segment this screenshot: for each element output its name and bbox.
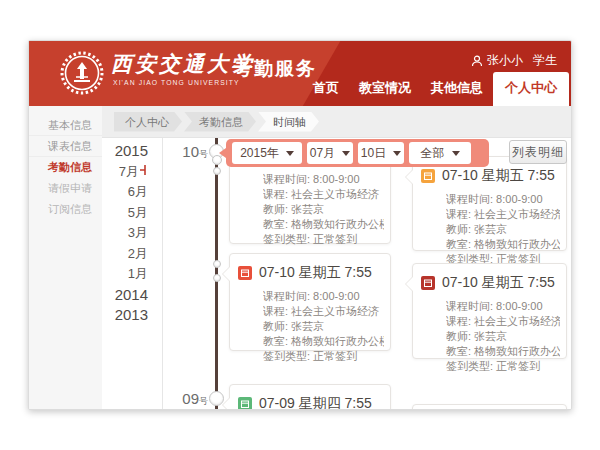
timeline-year-nav: 2015 7月 6月 5月 3月 2月 1月 2014 2013 xyxy=(102,141,157,326)
card-rows: 课程时间: 8:00-9:00 课程: 社会主义市场经济 教师: 张芸京 教室:… xyxy=(413,294,566,382)
app-window: 西安交通大学 XI'AN JIAO TONG UNIVERSITY 考勤服务 张… xyxy=(28,40,572,410)
card-row-signin-type: 签到类型: 正常签到 xyxy=(263,349,384,364)
timeline-panel: 2015 7月 6月 5月 3月 2月 1月 2014 2013 10号 xyxy=(102,138,571,409)
card-rows: 课程时间: 8:00-9:00 课程: 社会主义市场经济 教师: 张芸京 教室:… xyxy=(230,152,390,255)
card-row-course: 课程: 社会主义市场经济 xyxy=(446,314,560,329)
user-icon xyxy=(471,55,483,67)
attendance-status-icon xyxy=(421,169,435,183)
card-row-course: 课程: 社会主义市场经济 xyxy=(263,187,384,202)
card-row-course: 课程: 社会主义市场经济 xyxy=(263,304,384,319)
card-row-course: 课程: 社会主义市场经济 xyxy=(446,207,560,222)
card-row-classroom: 教室: 格物致知行政办公楼 xyxy=(446,344,560,359)
card-title: 07-10 星期五 7:55 xyxy=(442,274,555,292)
card-header: 07-09 星期四 7:55 xyxy=(230,385,390,409)
card-row-teacher: 教师: 张芸京 xyxy=(446,329,560,344)
sidebar-item-schedule[interactable]: 课表信息 xyxy=(29,136,102,157)
card-row-course-time: 课程时间: 8:00-9:00 xyxy=(446,192,560,207)
card-row-course-time: 课程时间: 8:00-9:00 xyxy=(263,289,384,304)
user-info[interactable]: 张小小 学生 xyxy=(471,52,557,69)
attendance-card: 07-10 星期五 7:55 课程时间: 8:00-9:00 课程: 社会主义市… xyxy=(412,263,567,359)
chevron-down-icon xyxy=(393,151,401,156)
card-title: 07-09 星期四 7:55 xyxy=(259,395,372,409)
university-name-en: XI'AN JIAO TONG UNIVERSITY xyxy=(113,79,240,86)
sidebar-item-subscription[interactable]: 订阅信息 xyxy=(29,199,102,220)
day-marker-09: 09号 xyxy=(172,390,208,408)
card-title: 07-10 星期五 7:55 xyxy=(442,167,555,185)
screenshot-stage: 西安交通大学 XI'AN JIAO TONG UNIVERSITY 考勤服务 张… xyxy=(0,0,600,450)
card-rows: 课程时间: 8:00-9:00 课程: 社会主义市场经济 教师: 张芸京 教室:… xyxy=(230,284,390,372)
month-select[interactable]: 07月 xyxy=(307,142,353,164)
nav-personal-center[interactable]: 个人中心 xyxy=(493,72,569,106)
timeline-node xyxy=(213,260,221,268)
nav-classrooms[interactable]: 教室情况 xyxy=(349,73,421,106)
sidebar: 基本信息 课表信息 考勤信息 请假申请 订阅信息 xyxy=(29,106,102,409)
column-divider xyxy=(162,138,163,409)
filter-bubble: 2015年 07月 10日 全部 xyxy=(226,139,489,167)
breadcrumb-personal-center[interactable]: 个人中心 xyxy=(114,112,182,132)
university-logo-icon xyxy=(59,50,105,96)
card-row-course-time: 课程时间: 8:00-9:00 xyxy=(446,299,560,314)
card-rows: 课程时间: 8:00-9:00 课程: 社会主义市场经济 教师: 张芸京 教室:… xyxy=(413,187,566,275)
timeline-month-5[interactable]: 5月 xyxy=(102,203,157,224)
timeline-node xyxy=(213,274,221,282)
sidebar-item-basic-info[interactable]: 基本信息 xyxy=(29,115,102,136)
card-row-signin-type: 签到类型: 正常签到 xyxy=(446,359,560,374)
attendance-card: 07-09 星期四 7:55 xyxy=(229,384,391,409)
timeline-year-2015[interactable]: 2015 xyxy=(102,141,157,162)
card-row-classroom: 教室: 格物致知行政办公楼 xyxy=(263,217,384,232)
nav-other-info[interactable]: 其他信息 xyxy=(421,73,493,106)
user-name: 张小小 xyxy=(487,52,523,69)
timeline-node xyxy=(209,391,224,406)
card-row-teacher: 教师: 张芸京 xyxy=(263,202,384,217)
card-row-classroom: 教室: 格物致知行政办公楼 xyxy=(263,334,384,349)
list-detail-button[interactable]: 列表明细 xyxy=(509,140,567,164)
user-role: 学生 xyxy=(533,52,557,69)
card-header: 07-10 星期五 7:55 xyxy=(413,264,566,294)
type-select[interactable]: 全部 xyxy=(409,142,471,164)
breadcrumb-attendance[interactable]: 考勤信息 xyxy=(184,112,256,132)
breadcrumb: 个人中心 考勤信息 时间轴 xyxy=(102,106,571,138)
chevron-down-icon xyxy=(452,151,460,156)
attendance-card-partial xyxy=(412,404,567,409)
chevron-down-icon xyxy=(342,151,350,156)
sidebar-item-leave-request[interactable]: 请假申请 xyxy=(29,178,102,199)
card-row-signin-type: 签到类型: 正常签到 xyxy=(263,232,384,247)
card-header: 07-10 星期五 7:55 xyxy=(230,254,390,284)
card-row-course-time: 课程时间: 8:00-9:00 xyxy=(263,172,384,187)
day-marker-10: 10号 xyxy=(172,143,208,161)
attendance-status-icon xyxy=(421,276,435,290)
timeline-year-2014[interactable]: 2014 xyxy=(102,285,157,306)
breadcrumb-timeline[interactable]: 时间轴 xyxy=(258,112,319,132)
attendance-card: 07-10 星期五 7:55 课程时间: 8:00-9:00 课程: 社会主义市… xyxy=(229,253,391,351)
app-header: 西安交通大学 XI'AN JIAO TONG UNIVERSITY 考勤服务 张… xyxy=(29,41,571,106)
sidebar-item-attendance[interactable]: 考勤信息 xyxy=(29,157,102,178)
year-select[interactable]: 2015年 xyxy=(232,142,302,164)
card-title: 07-10 星期五 7:55 xyxy=(259,264,372,282)
timeline-month-7[interactable]: 7月 xyxy=(102,162,157,183)
attendance-status-icon xyxy=(238,397,252,409)
day-select[interactable]: 10日 xyxy=(358,142,404,164)
card-row-teacher: 教师: 张芸京 xyxy=(446,222,560,237)
attendance-card: 07-10 星期五 7:55 课程时间: 8:00-9:00 课程: 社会主义市… xyxy=(412,156,567,251)
top-nav: 首页 教室情况 其他信息 个人中心 xyxy=(303,72,569,106)
timeline-month-6[interactable]: 6月 xyxy=(102,182,157,203)
attendance-status-icon xyxy=(238,266,252,280)
chevron-down-icon xyxy=(286,151,294,156)
timeline-node xyxy=(213,167,221,175)
card-row-classroom: 教室: 格物致知行政办公楼 xyxy=(446,237,560,252)
timeline-month-1[interactable]: 1月 xyxy=(102,264,157,285)
timeline-month-2[interactable]: 2月 xyxy=(102,244,157,265)
nav-home[interactable]: 首页 xyxy=(303,73,349,106)
timeline-year-2013[interactable]: 2013 xyxy=(102,305,157,326)
card-row-teacher: 教师: 张芸京 xyxy=(263,319,384,334)
current-month-marker xyxy=(140,162,148,183)
timeline-month-3[interactable]: 3月 xyxy=(102,223,157,244)
